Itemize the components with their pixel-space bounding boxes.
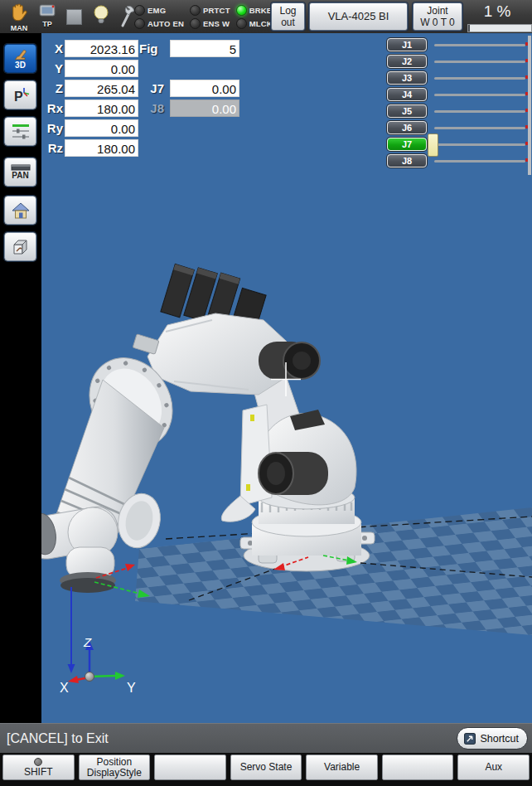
sidebar-item-jog-sliders[interactable] bbox=[4, 117, 36, 146]
indicator-label: MLCK bbox=[249, 19, 273, 28]
jog-button-j8[interactable]: J8 bbox=[387, 154, 427, 167]
jog-slider-track-j2[interactable] bbox=[434, 61, 525, 63]
position-value-rz: 180.00 bbox=[65, 139, 138, 157]
position-value-rx: 180.00 bbox=[65, 99, 138, 117]
jog-button-j5[interactable]: J5 bbox=[387, 104, 427, 118]
jog-button-j4[interactable]: J4 bbox=[387, 88, 427, 101]
indicator-emg: EMG bbox=[134, 4, 184, 17]
function-key-toolbar: SHIFTPositionDisplayStyleServo StateVari… bbox=[0, 753, 532, 786]
figure-label: Fig bbox=[139, 40, 164, 57]
robot-elbow-assembly bbox=[133, 260, 320, 395]
top-status-bar: MAN TP EMGAUTO ENPRTCTE bbox=[0, 0, 532, 34]
svg-text:P: P bbox=[14, 90, 23, 104]
teach-pendant-icon bbox=[38, 3, 56, 18]
shift-led-icon bbox=[34, 758, 42, 766]
world-axis-x-label: X bbox=[60, 681, 69, 695]
indicator-prtct: PRTCT bbox=[190, 4, 230, 17]
toolbar-button-shift[interactable]: SHIFT bbox=[2, 754, 75, 780]
sidebar-item-home-view[interactable] bbox=[4, 196, 36, 225]
speed-percentage-label: 1 % bbox=[471, 2, 524, 21]
shortcut-button[interactable]: Shortcut bbox=[457, 727, 528, 750]
toolbar-button-servo-state[interactable]: Servo State bbox=[230, 754, 302, 780]
teach-pendant-screen: MAN TP EMGAUTO ENPRTCTE bbox=[0, 0, 532, 786]
toolbar-button-aux[interactable]: Aux bbox=[457, 754, 530, 780]
toolbar-button-empty-2[interactable] bbox=[154, 754, 226, 780]
position-value-y: 0.00 bbox=[65, 60, 138, 77]
indicator-auto-en: AUTO EN bbox=[134, 17, 184, 30]
indicator-label: ENS W bbox=[203, 19, 230, 28]
home-icon bbox=[11, 201, 31, 220]
speed-slider[interactable] bbox=[467, 24, 532, 32]
position-label-ry: Ry bbox=[43, 119, 63, 137]
position-label-z: Z bbox=[43, 80, 63, 97]
toolbar-button-label: Servo State bbox=[240, 762, 293, 773]
tp-indicator: TP bbox=[36, 3, 58, 28]
lightbulb-icon bbox=[93, 3, 109, 27]
sidebar-item-3d-label: 3D bbox=[15, 61, 26, 70]
position-value-x: 2023.16 bbox=[65, 40, 138, 57]
jog-slider-track-j3[interactable] bbox=[434, 77, 525, 80]
position-value-z: 265.04 bbox=[65, 80, 138, 97]
world-axis-y-label: Y bbox=[127, 681, 136, 695]
logout-button[interactable]: Log out bbox=[271, 2, 305, 31]
tp-label: TP bbox=[36, 21, 58, 28]
indicator-mlck: MLCK bbox=[236, 17, 273, 30]
jog-mode-button[interactable]: Joint W 0 T 0 bbox=[413, 2, 462, 31]
jog-button-j3[interactable]: J3 bbox=[387, 71, 427, 85]
sliders-icon bbox=[11, 123, 31, 141]
jog-slider-track-j6[interactable] bbox=[434, 127, 525, 129]
toolbar-button-empty-5[interactable] bbox=[382, 754, 454, 780]
jog-slider-track-j4[interactable] bbox=[434, 94, 525, 96]
message-status-bar: [CANCEL] to Exit Shortcut bbox=[0, 723, 532, 754]
toolbar-button-variable[interactable]: Variable bbox=[306, 754, 378, 780]
3d-viewport[interactable]: X Y Z X2023.16Y0.00Z265.04Rx180.00Ry0.00… bbox=[41, 33, 532, 723]
position-label-x: X bbox=[43, 40, 63, 57]
led-lamp-icon bbox=[190, 18, 201, 29]
cube-icon bbox=[11, 237, 31, 257]
jog-slider-track-j5[interactable] bbox=[434, 110, 525, 113]
indicator-ens-w: ENS W bbox=[190, 17, 230, 30]
sidebar-item-cube-view[interactable] bbox=[4, 232, 36, 261]
robot-type-button[interactable]: VLA-4025 BI bbox=[309, 2, 408, 31]
position-label-y: Y bbox=[43, 60, 63, 77]
shortcut-label: Shortcut bbox=[480, 733, 519, 745]
speed-slider-fill bbox=[468, 25, 470, 32]
wrench-icon bbox=[118, 3, 136, 28]
sidebar-item-3d-view[interactable]: 3D bbox=[4, 44, 36, 73]
jog-button-j7[interactable]: J7 bbox=[387, 138, 427, 151]
stop-indicator bbox=[66, 9, 82, 25]
position-value-j7: 0.00 bbox=[170, 80, 239, 97]
indicator-label: EMG bbox=[148, 6, 166, 15]
sidebar-item-position-jog[interactable]: P bbox=[4, 80, 36, 109]
status-led-group: EMGAUTO ENPRTCTENS WBRKEMLCK bbox=[134, 4, 273, 30]
led-lamp-icon bbox=[190, 5, 201, 16]
square-icon bbox=[66, 9, 82, 25]
status-message: [CANCEL] to Exit bbox=[7, 724, 109, 753]
jog-slider-track-j8[interactable] bbox=[434, 160, 525, 163]
indicator-label: PRTCT bbox=[203, 6, 230, 15]
position-value-j8: 0.00 bbox=[170, 99, 239, 117]
view-toolbar-sidebar: 3D P PAN bbox=[0, 33, 41, 723]
world-axis-z-label: Z bbox=[83, 635, 92, 649]
jog-slider-handle-j7[interactable] bbox=[428, 133, 438, 157]
robot-arm-icon bbox=[12, 48, 29, 61]
jog-button-j6[interactable]: J6 bbox=[387, 121, 427, 134]
position-label-rx: Rx bbox=[43, 99, 63, 117]
jog-button-j1[interactable]: J1 bbox=[387, 38, 427, 51]
position-value-ry: 0.00 bbox=[65, 119, 138, 137]
jog-slider-track-j1[interactable] bbox=[434, 44, 525, 46]
sidebar-item-pan[interactable]: PAN bbox=[4, 158, 36, 187]
figure-value: 5 bbox=[170, 40, 239, 57]
position-axes-icon: P bbox=[11, 85, 31, 105]
led-lamp-icon bbox=[134, 5, 145, 16]
toolbar-button-position[interactable]: PositionDisplayStyle bbox=[79, 754, 151, 780]
indicator-label: AUTO EN bbox=[148, 19, 184, 28]
position-label-j7: J7 bbox=[144, 80, 164, 97]
jog-button-j2[interactable]: J2 bbox=[387, 55, 427, 68]
led-lamp-icon bbox=[236, 18, 247, 29]
right-edge-scrollbar[interactable] bbox=[528, 36, 531, 175]
jog-slider-track-j7[interactable] bbox=[434, 143, 525, 146]
shortcut-icon bbox=[464, 733, 476, 745]
position-label-j8: J8 bbox=[144, 99, 164, 117]
toolbar-button-label: Aux bbox=[485, 762, 502, 773]
